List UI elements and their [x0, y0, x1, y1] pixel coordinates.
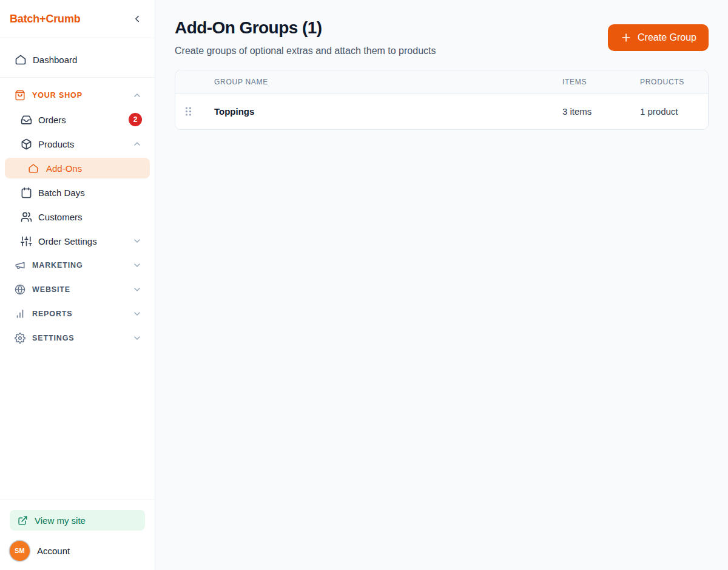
app-logo: Batch+Crumb — [10, 13, 81, 25]
sidebar-divider — [0, 77, 155, 78]
table-header-group-name: GROUP NAME — [214, 78, 562, 86]
main-content: Add-On Groups (1) Create groups of optio… — [155, 0, 728, 570]
chevron-down-icon — [132, 285, 142, 294]
sidebar-item-label: Order Settings — [38, 236, 97, 246]
table-row[interactable]: Toppings 3 items 1 product — [175, 93, 708, 129]
sidebar-section-label: REPORTS — [32, 310, 73, 318]
sliders-icon — [21, 236, 32, 247]
sidebar-item-label: Orders — [38, 115, 66, 125]
chevron-down-icon — [132, 309, 142, 319]
sidebar-item-label: Products — [38, 139, 74, 149]
account-menu[interactable]: SM Account — [10, 540, 145, 562]
megaphone-icon — [15, 260, 25, 271]
sidebar-collapse-button[interactable] — [129, 11, 145, 27]
sidebar-item-label: Add-Ons — [46, 163, 82, 174]
chevron-up-icon — [132, 90, 142, 100]
create-group-label: Create Group — [638, 32, 696, 43]
page-title-block: Add-On Groups (1) Create groups of optio… — [175, 18, 436, 56]
sidebar-item-add-ons[interactable]: Add-Ons — [5, 158, 150, 178]
create-group-button[interactable]: Create Group — [608, 24, 709, 51]
group-name-cell: Toppings — [214, 106, 562, 117]
sidebar-item-batch-days[interactable]: Batch Days — [5, 180, 150, 205]
sidebar-item-label: Customers — [38, 212, 83, 222]
orders-count-badge: 2 — [129, 113, 142, 126]
table-header-items: ITEMS — [562, 78, 640, 86]
home-icon — [15, 53, 27, 66]
chevron-left-icon — [132, 13, 143, 24]
package-icon — [21, 138, 32, 150]
sidebar-item-order-settings[interactable]: Order Settings — [5, 229, 150, 253]
table-header-products: PRODUCTS — [640, 78, 708, 86]
sidebar: Batch+Crumb Dashboard YOUR SHOP — [0, 0, 155, 570]
sidebar-item-dashboard[interactable]: Dashboard — [5, 47, 150, 72]
account-label: Account — [37, 546, 70, 556]
page-subtitle: Create groups of optional extras and att… — [175, 46, 436, 56]
sidebar-item-label: Dashboard — [33, 55, 77, 65]
avatar: SM — [10, 541, 30, 561]
grip-dots-icon — [184, 106, 192, 117]
sidebar-section-label: YOUR SHOP — [32, 91, 83, 100]
gear-icon — [15, 333, 25, 344]
chevron-down-icon — [132, 260, 142, 270]
plus-icon — [620, 32, 632, 44]
sidebar-section-marketing[interactable]: MARKETING — [5, 253, 150, 277]
drag-handle[interactable] — [175, 106, 214, 117]
sidebar-section-label: MARKETING — [32, 261, 83, 270]
sidebar-item-customers[interactable]: Customers — [5, 205, 150, 229]
chevron-up-icon — [132, 139, 142, 149]
sidebar-item-orders[interactable]: Orders 2 — [5, 107, 150, 132]
sidebar-nav: Dashboard YOUR SHOP Orders 2 — [0, 38, 155, 500]
chevron-down-icon — [132, 333, 142, 343]
page-title: Add-On Groups (1) — [175, 18, 436, 38]
table-header-row: GROUP NAME ITEMS PRODUCTS — [175, 70, 708, 93]
sidebar-section-label: WEBSITE — [32, 285, 70, 294]
inbox-icon — [21, 114, 32, 126]
page-header: Add-On Groups (1) Create groups of optio… — [175, 18, 709, 56]
calendar-icon — [21, 187, 32, 198]
chevron-down-icon — [132, 236, 142, 246]
app-window: Batch+Crumb Dashboard YOUR SHOP — [0, 0, 728, 570]
users-icon — [21, 211, 32, 223]
home-icon — [28, 163, 39, 174]
products-cell: 1 product — [640, 106, 708, 117]
shopping-bag-icon — [15, 90, 25, 101]
sidebar-item-label: Batch Days — [38, 188, 85, 198]
sidebar-section-website[interactable]: WEBSITE — [5, 277, 150, 302]
sidebar-section-label: SETTINGS — [32, 334, 75, 342]
sidebar-header: Batch+Crumb — [0, 0, 155, 38]
items-cell: 3 items — [562, 106, 640, 117]
sidebar-section-your-shop[interactable]: YOUR SHOP — [5, 83, 150, 107]
view-my-site-label: View my site — [35, 515, 86, 526]
bar-chart-icon — [15, 308, 25, 319]
view-my-site-button[interactable]: View my site — [10, 510, 145, 531]
sidebar-section-reports[interactable]: REPORTS — [5, 302, 150, 326]
sidebar-footer: View my site SM Account — [0, 500, 155, 570]
sidebar-item-products[interactable]: Products — [5, 132, 150, 156]
external-link-icon — [18, 515, 28, 526]
add-on-groups-table: GROUP NAME ITEMS PRODUCTS Toppings 3 ite… — [175, 70, 709, 130]
globe-icon — [15, 284, 25, 295]
sidebar-section-settings[interactable]: SETTINGS — [5, 326, 150, 350]
